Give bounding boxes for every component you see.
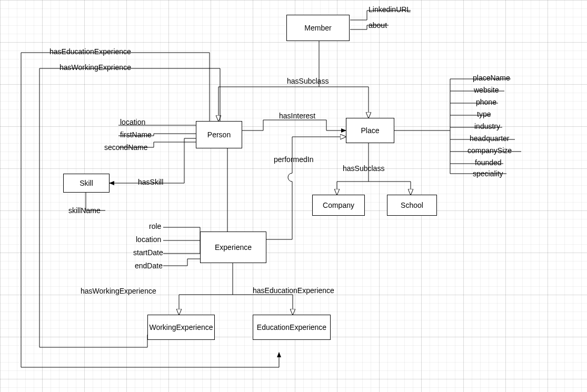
- entity-place[interactable]: Place: [346, 118, 394, 143]
- relation-performed-in: performedIn: [274, 155, 313, 164]
- entity-label: Company: [323, 201, 354, 209]
- entity-experience[interactable]: Experience: [200, 232, 266, 263]
- attr-person-firstname: firstName: [120, 130, 152, 139]
- entity-label: Person: [207, 130, 231, 139]
- attr-place-type: type: [477, 110, 491, 118]
- entity-school[interactable]: School: [387, 195, 437, 216]
- attr-exp-role: role: [149, 222, 161, 230]
- attr-exp-location: location: [136, 235, 161, 244]
- entity-label: Experience: [215, 243, 252, 252]
- relation-has-subclass-place: hasSubclass: [343, 164, 384, 173]
- attr-place-headquarter: headquarter: [470, 134, 510, 143]
- relation-has-subclass-member: hasSubclass: [287, 77, 329, 85]
- entity-working-experience[interactable]: WorkingExperience: [147, 315, 215, 340]
- attr-place-phone: phone: [476, 98, 496, 106]
- entity-education-experience[interactable]: EducationExperience: [253, 315, 331, 340]
- attr-person-secondname: secondName: [104, 143, 148, 152]
- attr-place-founded: founded: [475, 158, 502, 167]
- attr-place-speciality: speciality: [473, 169, 503, 178]
- entity-label: School: [401, 201, 423, 209]
- entity-label: EducationExperience: [257, 323, 326, 331]
- relation-has-education-experience-top: hasEducationExperience: [49, 47, 131, 56]
- attr-place-industry: industry: [474, 122, 500, 130]
- relation-has-working-experience-top: hasWorkingExprience: [59, 63, 131, 72]
- entity-label: Member: [304, 24, 331, 32]
- attr-member-about: about: [369, 21, 387, 29]
- attr-place-placename: placeName: [473, 74, 510, 82]
- entity-label: WorkingExperience: [149, 323, 213, 331]
- attr-place-companysize: companySize: [467, 146, 512, 155]
- attr-exp-startdate: startDate: [133, 248, 163, 257]
- entity-company[interactable]: Company: [312, 195, 365, 216]
- attr-member-linkedinurl: LinkedinURL: [369, 5, 411, 14]
- relation-has-skill: hasSkill: [138, 178, 163, 186]
- relation-has-working-experience-exp: hasWorkingExperience: [81, 287, 156, 295]
- attr-exp-enddate: endDate: [135, 262, 163, 270]
- attr-skill-skillname: skillName: [68, 206, 101, 215]
- entity-skill[interactable]: Skill: [63, 174, 110, 193]
- entity-person[interactable]: Person: [196, 121, 242, 148]
- entity-member[interactable]: Member: [286, 15, 350, 41]
- attr-place-website: website: [474, 86, 499, 94]
- attr-person-location: location: [120, 118, 145, 126]
- relation-has-interest: hasInterest: [279, 112, 315, 120]
- relation-has-education-experience-exp: hasEducationExperience: [253, 286, 334, 295]
- entity-label: Place: [361, 126, 379, 135]
- entity-label: Skill: [79, 179, 93, 187]
